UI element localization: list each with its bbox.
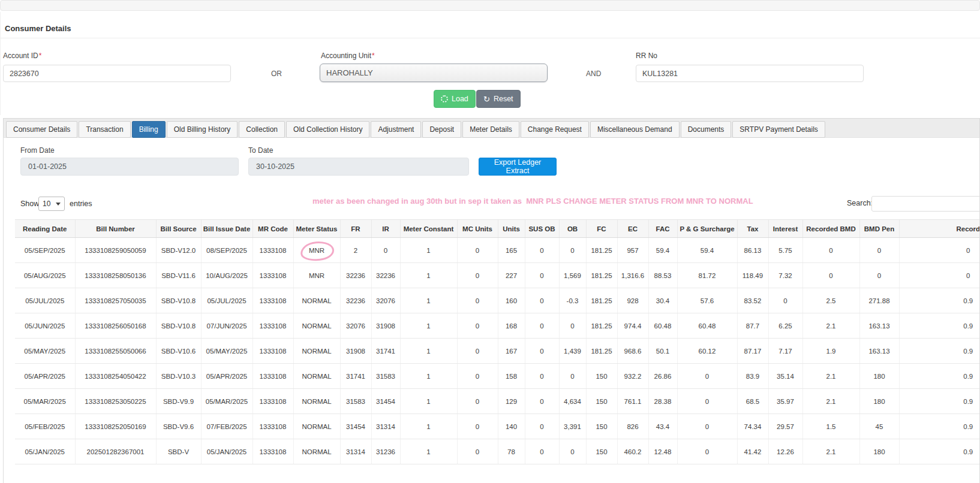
cell-meter-status: NORMAL bbox=[293, 313, 340, 339]
table-row: 05/MAY/20251333108255050066SBD-V10.605/M… bbox=[15, 339, 980, 364]
export-ledger-extract-button[interactable]: Export Ledger Extract bbox=[479, 158, 557, 176]
cell-tax: 74.34 bbox=[737, 414, 768, 439]
accounting-unit-select[interactable]: HAROHALLY bbox=[320, 64, 548, 82]
cell-fc: 150 bbox=[586, 364, 617, 389]
column-header-units[interactable]: Units bbox=[498, 220, 525, 238]
table-row: 05/JUN/20251333108256050168SBD-V10.807/J… bbox=[15, 313, 980, 339]
cell-bill-source: SBD-V10.8 bbox=[156, 313, 201, 339]
cell-units: 165 bbox=[498, 238, 525, 263]
column-header-bmd-pen[interactable]: BMD Pen bbox=[859, 220, 899, 238]
table-row: 05/AUG/20251333108258050136SBD-V11.610/A… bbox=[15, 263, 980, 288]
column-header-reading-date[interactable]: Reading Date bbox=[15, 220, 75, 238]
cell-record: 0 bbox=[899, 238, 980, 263]
page-size-select[interactable]: 10 bbox=[38, 197, 65, 211]
tab-consumer-details[interactable]: Consumer Details bbox=[6, 121, 77, 138]
column-header-record[interactable]: Record bbox=[899, 220, 980, 238]
column-header-fr[interactable]: FR bbox=[340, 220, 371, 238]
table-row: 05/JAN/2025202501282367001SBD-V05/JAN/20… bbox=[15, 439, 980, 464]
to-date-label: To Date bbox=[248, 146, 273, 155]
cell-recorded-bmd: 2.1 bbox=[802, 389, 859, 414]
cell-ir: 31583 bbox=[371, 364, 400, 389]
tab-transaction[interactable]: Transaction bbox=[79, 121, 130, 138]
column-header-mc-units[interactable]: MC Units bbox=[457, 220, 498, 238]
cell-fac: 28.38 bbox=[648, 389, 677, 414]
cell-units: 168 bbox=[498, 313, 525, 339]
column-header-bill-issue-date[interactable]: Bill Issue Date bbox=[201, 220, 252, 238]
cell-bill-number: 202501282367001 bbox=[75, 439, 156, 464]
cell-meter-constant: 1 bbox=[400, 414, 457, 439]
collapsed-top-panel[interactable] bbox=[0, 0, 980, 11]
cell-recorded-bmd: 2.1 bbox=[802, 439, 859, 464]
column-header-fc[interactable]: FC bbox=[586, 220, 617, 238]
cell-bill-number: 1333108252050169 bbox=[75, 414, 156, 439]
column-header-ir[interactable]: IR bbox=[371, 220, 400, 238]
account-id-input[interactable] bbox=[3, 65, 231, 82]
table-row: 05/JUL/20251333108257050035SBD-V10.805/J… bbox=[15, 288, 980, 313]
cell-ir: 31454 bbox=[371, 389, 400, 414]
cell-tax: 87.17 bbox=[737, 339, 768, 364]
to-date-input[interactable]: 30-10-2025 bbox=[248, 158, 469, 176]
cell-meter-status: NORMAL bbox=[293, 288, 340, 313]
cell-units: 227 bbox=[498, 263, 525, 288]
cell-bill-issue-date: 05/JAN/2025 bbox=[201, 439, 252, 464]
cell-ob: 0 bbox=[559, 439, 586, 464]
search-input[interactable] bbox=[871, 196, 980, 212]
tab-srtpv-payment-details[interactable]: SRTPV Payment Details bbox=[732, 121, 825, 138]
column-header-interest[interactable]: Interest bbox=[768, 220, 802, 238]
cell-mc-units: 0 bbox=[457, 439, 498, 464]
cell-ec: 761.1 bbox=[617, 389, 648, 414]
from-date-input[interactable]: 01-01-2025 bbox=[20, 158, 239, 176]
cell-mr-code: 1333108 bbox=[252, 439, 293, 464]
tab-miscellaneous-demand[interactable]: Miscellaneous Demand bbox=[590, 121, 680, 138]
cell-interest: 12.26 bbox=[768, 439, 802, 464]
tab-deposit[interactable]: Deposit bbox=[422, 121, 461, 138]
column-header-fac[interactable]: FAC bbox=[648, 220, 677, 238]
cell-bill-source: SBD-V10.3 bbox=[156, 364, 201, 389]
cell-record: 0 bbox=[899, 263, 980, 288]
tab-collection[interactable]: Collection bbox=[239, 121, 285, 138]
cell-interest: 7.17 bbox=[768, 339, 802, 364]
cell-bmd-pen: 163.13 bbox=[859, 339, 899, 364]
tab-old-collection-history[interactable]: Old Collection History bbox=[286, 121, 369, 138]
column-header-sus-ob[interactable]: SUS OB bbox=[525, 220, 559, 238]
column-header-mr-code[interactable]: MR Code bbox=[252, 220, 293, 238]
cell-fac: 60.48 bbox=[648, 313, 677, 339]
cell-fr: 31314 bbox=[340, 439, 371, 464]
cell-meter-status: NORMAL bbox=[293, 364, 340, 389]
rr-no-input[interactable] bbox=[636, 65, 864, 82]
column-header-tax[interactable]: Tax bbox=[737, 220, 768, 238]
cell-ec: 928 bbox=[617, 288, 648, 313]
consumer-details-page: Consumer Details Account ID* OR Accounti… bbox=[0, 0, 980, 483]
column-header-meter-constant[interactable]: Meter Constant bbox=[400, 220, 457, 238]
billing-table: Reading DateBill NumberBill SourceBill I… bbox=[15, 219, 980, 464]
tab-change-request[interactable]: Change Request bbox=[521, 121, 589, 138]
tab-billing[interactable]: Billing bbox=[132, 121, 166, 138]
column-header-ob[interactable]: OB bbox=[559, 220, 586, 238]
column-header-recorded-bmd[interactable]: Recorded BMD bbox=[802, 220, 859, 238]
cell-p-g-surcharge: 60.12 bbox=[677, 339, 737, 364]
cell-bill-issue-date: 08/SEP/2025 bbox=[201, 238, 252, 263]
tab-documents[interactable]: Documents bbox=[681, 121, 732, 138]
cell-fc: 181.25 bbox=[586, 339, 617, 364]
load-button[interactable]: Load bbox=[434, 90, 476, 108]
cell-bill-source: SBD-V9.6 bbox=[156, 414, 201, 439]
accounting-unit-label: Accounting Unit* bbox=[321, 52, 375, 60]
column-header-meter-status[interactable]: Meter Status bbox=[293, 220, 340, 238]
column-header-ec[interactable]: EC bbox=[617, 220, 648, 238]
tab-old-billing-history[interactable]: Old Billing History bbox=[167, 121, 238, 138]
column-header-bill-source[interactable]: Bill Source bbox=[156, 220, 201, 238]
cell-mr-code: 1333108 bbox=[252, 364, 293, 389]
cell-meter-constant: 1 bbox=[400, 339, 457, 364]
cell-fac: 59.4 bbox=[648, 238, 677, 263]
cell-bill-issue-date: 10/AUG/2025 bbox=[201, 263, 252, 288]
table-row: 05/APR/20251333108254050422SBD-V10.305/A… bbox=[15, 364, 980, 389]
tab-meter-details[interactable]: Meter Details bbox=[462, 121, 519, 138]
tab-adjustment[interactable]: Adjustment bbox=[371, 121, 421, 138]
cell-sus-ob: 0 bbox=[525, 339, 559, 364]
column-header-p-g-surcharge[interactable]: P & G Surcharge bbox=[677, 220, 737, 238]
reset-button[interactable]: ↻Reset bbox=[476, 90, 521, 108]
cell-fc: 181.25 bbox=[586, 238, 617, 263]
cell-ec: 974.4 bbox=[617, 313, 648, 339]
column-header-bill-number[interactable]: Bill Number bbox=[75, 220, 156, 238]
cell-mr-code: 1333108 bbox=[252, 238, 293, 263]
